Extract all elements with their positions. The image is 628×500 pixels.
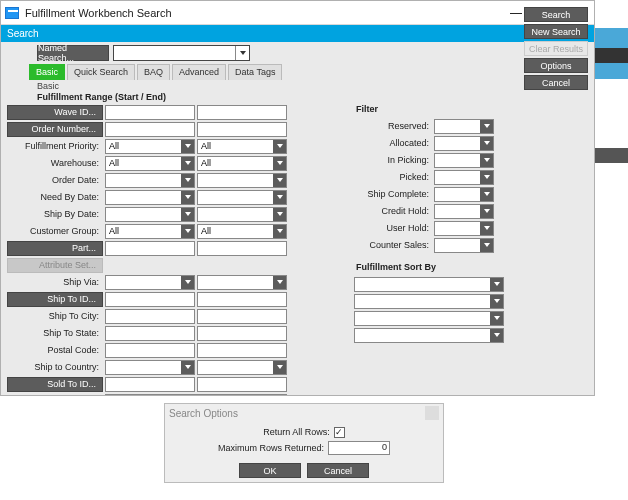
custgroup-start[interactable]: All <box>105 224 195 239</box>
chevron-down-icon[interactable] <box>273 225 286 238</box>
postal-end[interactable] <box>197 343 287 358</box>
postal-start[interactable] <box>105 343 195 358</box>
shiptoid-end[interactable] <box>197 292 287 307</box>
chevron-down-icon[interactable] <box>273 361 286 374</box>
needby-end[interactable] <box>197 190 287 205</box>
chevron-down-icon[interactable] <box>181 225 194 238</box>
named-search-button[interactable]: Named Search... <box>37 45 109 61</box>
order-number-button[interactable]: Order Number... <box>7 122 103 137</box>
shipcomplete-label: Ship Complete: <box>354 189 432 199</box>
custpo-input[interactable] <box>105 394 287 396</box>
soldtoid-button[interactable]: Sold To ID... <box>7 377 103 392</box>
countersales-select[interactable] <box>434 238 494 253</box>
wave-id-start[interactable] <box>105 105 195 120</box>
part-start[interactable] <box>105 241 195 256</box>
sort-2[interactable] <box>354 294 504 309</box>
inpicking-select[interactable] <box>434 153 494 168</box>
credithold-select[interactable] <box>434 204 494 219</box>
chevron-down-icon[interactable] <box>480 205 493 218</box>
priority-end[interactable]: All <box>197 139 287 154</box>
reserved-select[interactable] <box>434 119 494 134</box>
chevron-down-icon[interactable] <box>181 361 194 374</box>
shipvia-start[interactable] <box>105 275 195 290</box>
sort-4[interactable] <box>354 328 504 343</box>
sort-1[interactable] <box>354 277 504 292</box>
shipby-start[interactable] <box>105 207 195 222</box>
postal-label: Postal Code: <box>7 345 103 355</box>
shipvia-end[interactable] <box>197 275 287 290</box>
options-cancel-button[interactable]: Cancel <box>307 463 369 478</box>
chevron-down-icon[interactable] <box>480 171 493 184</box>
shiptostate-start[interactable] <box>105 326 195 341</box>
chevron-down-icon[interactable] <box>490 329 503 342</box>
chevron-down-icon[interactable] <box>181 191 194 204</box>
chevron-down-icon[interactable] <box>480 120 493 133</box>
chevron-down-icon[interactable] <box>273 208 286 221</box>
tab-quick-search[interactable]: Quick Search <box>67 64 135 80</box>
order-end[interactable] <box>197 122 287 137</box>
priority-start[interactable]: All <box>105 139 195 154</box>
chevron-down-icon[interactable] <box>480 239 493 252</box>
return-all-checkbox[interactable]: ✓ <box>334 427 345 438</box>
chevron-down-icon[interactable] <box>181 208 194 221</box>
needby-label: Need By Date: <box>7 192 103 202</box>
shiptocity-label: Ship To City: <box>7 311 103 321</box>
shiptoid-start[interactable] <box>105 292 195 307</box>
shiptocity-end[interactable] <box>197 309 287 324</box>
orderdate-start[interactable] <box>105 173 195 188</box>
part-button[interactable]: Part... <box>7 241 103 256</box>
shipcountry-start[interactable] <box>105 360 195 375</box>
search-toolbar-label[interactable]: Search <box>7 28 39 39</box>
sort-3[interactable] <box>354 311 504 326</box>
allocated-select[interactable] <box>434 136 494 151</box>
custgroup-end[interactable]: All <box>197 224 287 239</box>
chevron-down-icon[interactable] <box>480 137 493 150</box>
shipcomplete-select[interactable] <box>434 187 494 202</box>
tab-basic[interactable]: Basic <box>29 64 65 80</box>
wave-id-button[interactable]: Wave ID... <box>7 105 103 120</box>
chevron-down-icon[interactable] <box>181 276 194 289</box>
tab-baq[interactable]: BAQ <box>137 64 170 80</box>
chevron-down-icon[interactable] <box>235 46 249 60</box>
chevron-down-icon[interactable] <box>273 157 286 170</box>
chevron-down-icon[interactable] <box>273 140 286 153</box>
chevron-down-icon[interactable] <box>181 140 194 153</box>
warehouse-start[interactable]: All <box>105 156 195 171</box>
shiptoid-button[interactable]: Ship To ID... <box>7 292 103 307</box>
chevron-down-icon[interactable] <box>490 278 503 291</box>
chevron-down-icon[interactable] <box>273 276 286 289</box>
chevron-down-icon[interactable] <box>273 174 286 187</box>
shiptocity-start[interactable] <box>105 309 195 324</box>
tab-advanced[interactable]: Advanced <box>172 64 226 80</box>
userhold-select[interactable] <box>434 221 494 236</box>
tab-data-tags[interactable]: Data Tags <box>228 64 282 80</box>
wave-id-end[interactable] <box>197 105 287 120</box>
bg-qty-label: Qty Or <box>600 298 627 308</box>
options-ok-button[interactable]: OK <box>239 463 301 478</box>
chevron-down-icon[interactable] <box>181 157 194 170</box>
chevron-down-icon[interactable] <box>490 312 503 325</box>
picked-select[interactable] <box>434 170 494 185</box>
soldtoid-start[interactable] <box>105 377 195 392</box>
cancel-button[interactable]: Cancel <box>524 80 588 90</box>
orderdate-end[interactable] <box>197 173 287 188</box>
shipcountry-end[interactable] <box>197 360 287 375</box>
part-end[interactable] <box>197 241 287 256</box>
chevron-down-icon[interactable] <box>273 191 286 204</box>
soldtoid-end[interactable] <box>197 377 287 392</box>
order-start[interactable] <box>105 122 195 137</box>
warehouse-end[interactable]: All <box>197 156 287 171</box>
chevron-down-icon[interactable] <box>480 154 493 167</box>
chevron-down-icon[interactable] <box>181 174 194 187</box>
max-rows-input[interactable]: 0 <box>328 441 390 455</box>
options-close-icon[interactable] <box>425 406 439 420</box>
search-options-dialog: Search Options Return All Rows: ✓ Maximu… <box>164 403 444 483</box>
needby-start[interactable] <box>105 190 195 205</box>
chevron-down-icon[interactable] <box>480 222 493 235</box>
max-rows-label: Maximum Rows Returned: <box>218 443 324 453</box>
named-search-combo[interactable] <box>113 45 250 61</box>
shipby-end[interactable] <box>197 207 287 222</box>
chevron-down-icon[interactable] <box>480 188 493 201</box>
chevron-down-icon[interactable] <box>490 295 503 308</box>
shiptostate-end[interactable] <box>197 326 287 341</box>
